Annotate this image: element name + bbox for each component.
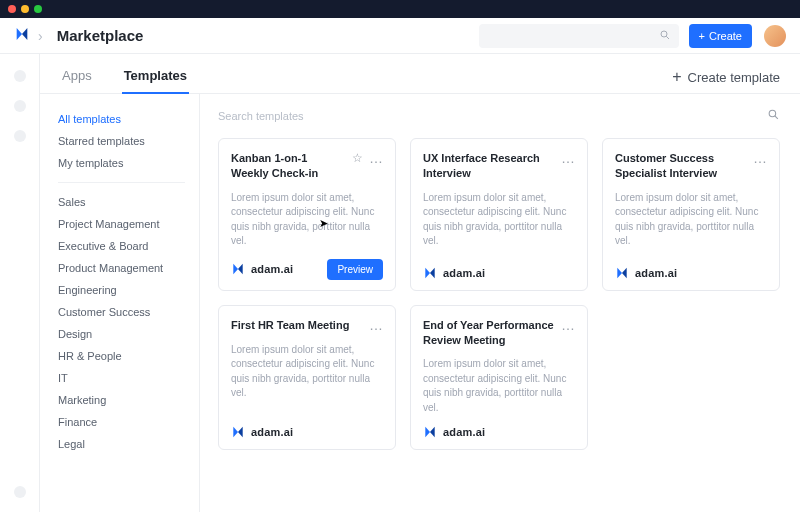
app-logo-icon <box>14 26 30 46</box>
svg-line-3 <box>775 116 778 119</box>
template-card[interactable]: UX Interface Research Interview…Lorem ip… <box>410 138 588 291</box>
plus-icon: + <box>699 30 705 42</box>
search-icon <box>659 27 671 45</box>
tab-bar: Apps Templates + Create template <box>40 54 800 94</box>
brand-name: adam.ai <box>443 267 485 279</box>
create-template-button[interactable]: + Create template <box>672 69 780 93</box>
brand-name: adam.ai <box>251 426 293 438</box>
window-titlebar <box>0 0 800 18</box>
brand-logo-icon <box>231 425 245 439</box>
plus-icon: + <box>672 69 681 85</box>
template-description: Lorem ipsum dolor sit amet, consectetur … <box>423 191 575 249</box>
sidebar-item[interactable]: Marketing <box>58 389 199 411</box>
sidebar-item[interactable]: Engineering <box>58 279 199 301</box>
star-icon[interactable]: ☆ <box>352 151 363 165</box>
template-title: Customer Success Specialist Interview <box>615 151 747 181</box>
window-close-dot[interactable] <box>8 5 16 13</box>
brand-name: adam.ai <box>251 263 293 275</box>
create-button-label: Create <box>709 30 742 42</box>
more-icon[interactable]: … <box>753 151 767 165</box>
preview-button[interactable]: Preview <box>327 259 383 280</box>
search-icon[interactable] <box>767 108 780 124</box>
brand-logo-icon <box>615 266 629 280</box>
app-bar: › Marketplace + Create <box>0 18 800 54</box>
sidebar-divider <box>58 182 185 183</box>
svg-line-1 <box>666 36 669 39</box>
brand-name: adam.ai <box>635 267 677 279</box>
sidebar-item[interactable]: HR & People <box>58 345 199 367</box>
sidebar-item[interactable]: Starred templates <box>58 130 199 152</box>
more-icon[interactable]: … <box>561 318 575 332</box>
page-title: Marketplace <box>57 27 144 44</box>
template-description: Lorem ipsum dolor sit amet, consectetur … <box>231 343 383 401</box>
brand-logo-icon <box>423 266 437 280</box>
svg-point-0 <box>661 31 667 37</box>
template-description: Lorem ipsum dolor sit amet, consectetur … <box>615 191 767 249</box>
tab-apps[interactable]: Apps <box>60 58 94 93</box>
template-card[interactable]: Kanban 1-on-1 Weekly Check-in☆…Lorem ips… <box>218 138 396 291</box>
rail-item[interactable] <box>14 486 26 498</box>
brand-name: adam.ai <box>443 426 485 438</box>
template-card[interactable]: First HR Team Meeting…Lorem ipsum dolor … <box>218 305 396 451</box>
tab-templates[interactable]: Templates <box>122 58 189 93</box>
global-search[interactable] <box>479 24 679 48</box>
create-template-label: Create template <box>688 70 781 85</box>
templates-area: Kanban 1-on-1 Weekly Check-in☆…Lorem ips… <box>200 94 800 512</box>
sidebar-item[interactable]: All templates <box>58 108 199 130</box>
templates-sidebar: All templatesStarred templatesMy templat… <box>40 94 200 512</box>
more-icon[interactable]: … <box>369 151 383 165</box>
sidebar-item[interactable]: Project Management <box>58 213 199 235</box>
breadcrumb-chevron-icon[interactable]: › <box>38 28 43 44</box>
sidebar-item[interactable]: IT <box>58 367 199 389</box>
template-title: End of Year Performance Review Meeting <box>423 318 555 348</box>
more-icon[interactable]: … <box>369 318 383 332</box>
sidebar-item[interactable]: Customer Success <box>58 301 199 323</box>
brand-logo-icon <box>231 262 245 276</box>
rail-item[interactable] <box>14 130 26 142</box>
template-title: UX Interface Research Interview <box>423 151 555 181</box>
rail-item[interactable] <box>14 100 26 112</box>
create-button[interactable]: + Create <box>689 24 752 48</box>
left-rail <box>0 54 40 512</box>
templates-search-input[interactable] <box>218 110 767 122</box>
sidebar-item[interactable]: My templates <box>58 152 199 174</box>
template-card[interactable]: End of Year Performance Review Meeting…L… <box>410 305 588 451</box>
svg-point-2 <box>769 110 776 117</box>
sidebar-item[interactable]: Product Management <box>58 257 199 279</box>
sidebar-item[interactable]: Design <box>58 323 199 345</box>
sidebar-item[interactable]: Legal <box>58 433 199 455</box>
template-description: Lorem ipsum dolor sit amet, consectetur … <box>423 357 575 415</box>
more-icon[interactable]: … <box>561 151 575 165</box>
brand-logo-icon <box>423 425 437 439</box>
template-card[interactable]: Customer Success Specialist Interview…Lo… <box>602 138 780 291</box>
rail-item[interactable] <box>14 70 26 82</box>
sidebar-item[interactable]: Sales <box>58 191 199 213</box>
sidebar-item[interactable]: Finance <box>58 411 199 433</box>
template-title: Kanban 1-on-1 Weekly Check-in <box>231 151 346 181</box>
template-description: Lorem ipsum dolor sit amet, consectetur … <box>231 191 383 249</box>
user-avatar[interactable] <box>764 25 786 47</box>
window-min-dot[interactable] <box>21 5 29 13</box>
sidebar-item[interactable]: Executive & Board <box>58 235 199 257</box>
template-title: First HR Team Meeting <box>231 318 363 333</box>
window-max-dot[interactable] <box>34 5 42 13</box>
